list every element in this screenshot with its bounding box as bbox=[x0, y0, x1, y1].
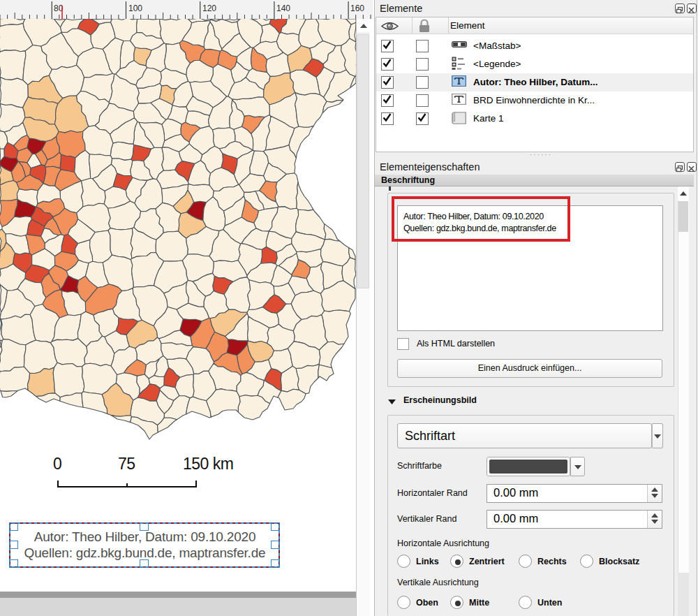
svg-text:100: 100 bbox=[128, 3, 142, 13]
svg-text:140: 140 bbox=[276, 3, 290, 13]
svg-text:160: 160 bbox=[350, 3, 364, 13]
svg-text:120: 120 bbox=[202, 3, 216, 13]
